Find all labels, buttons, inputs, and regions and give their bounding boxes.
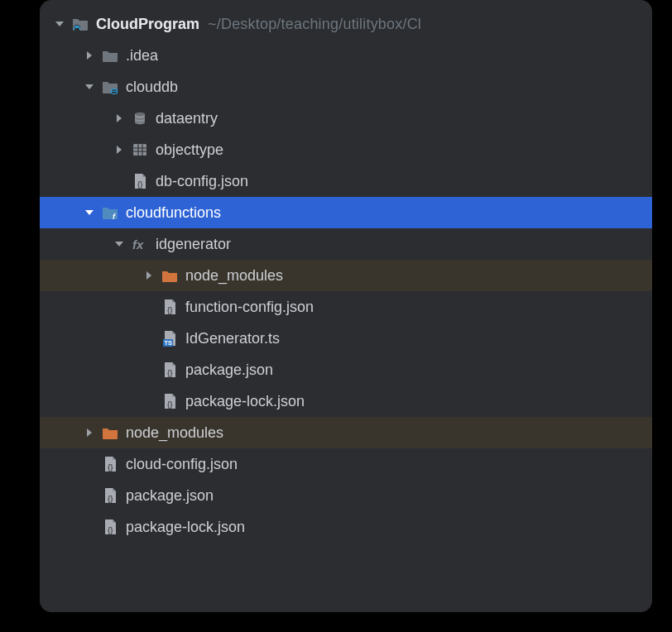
db-cylinder-icon: [131, 109, 149, 127]
svg-point-5: [135, 113, 145, 116]
tree-item-label: idgenerator: [156, 236, 231, 253]
svg-text:{}: {}: [167, 306, 173, 314]
db-folder-icon: [101, 78, 119, 96]
tree-item-label: .idea: [126, 47, 158, 65]
tree-row[interactable]: CloudProgram~/Desktop/teaching/utilitybo…: [40, 8, 652, 40]
svg-text:fx: fx: [132, 237, 144, 251]
tree-row[interactable]: {} package.json: [40, 354, 652, 385]
folder-orange-icon: [101, 424, 119, 442]
fx-icon: fx: [131, 235, 149, 253]
json-file-icon: {}: [101, 455, 119, 473]
svg-text:{}: {}: [108, 495, 113, 503]
db-table-icon: [131, 141, 149, 159]
tree-row[interactable]: {} cloud-config.json: [40, 448, 652, 480]
ts-file-icon: TS: [161, 329, 179, 347]
project-folder-icon: [71, 15, 89, 33]
tree-row[interactable]: {} package-lock.json: [40, 511, 652, 543]
chevron-right-icon[interactable]: [113, 112, 126, 125]
tree-item-label: package-lock.json: [126, 519, 245, 536]
chevron-right-icon[interactable]: [83, 49, 96, 62]
tree-row[interactable]: clouddb: [40, 71, 652, 103]
tree-item-label: package-lock.json: [185, 393, 305, 410]
tree-item-label: package.json: [185, 361, 273, 379]
folder-icon: [101, 46, 119, 65]
tree-item-label: CloudProgram: [96, 16, 199, 33]
svg-text:{}: {}: [167, 400, 173, 409]
svg-rect-6: [133, 144, 146, 156]
svg-text:{}: {}: [167, 369, 173, 377]
json-file-icon: {}: [101, 518, 119, 536]
json-file-icon: {}: [101, 486, 119, 505]
json-file-icon: {}: [161, 392, 179, 410]
tree-item-label: function-config.json: [185, 299, 314, 316]
tree-row[interactable]: TS IdGenerator.ts: [40, 323, 652, 354]
svg-text:{}: {}: [137, 180, 143, 189]
json-file-icon: {}: [161, 361, 179, 379]
project-tree[interactable]: CloudProgram~/Desktop/teaching/utilitybo…: [40, 0, 652, 543]
chevron-right-icon[interactable]: [83, 426, 96, 439]
tree-row[interactable]: dataentry: [40, 103, 652, 134]
svg-text:TS: TS: [165, 339, 173, 347]
chevron-right-icon[interactable]: [142, 269, 156, 282]
tree-item-label: clouddb: [126, 79, 178, 96]
chevron-down-icon[interactable]: [113, 237, 126, 251]
svg-text:{}: {}: [108, 526, 113, 534]
tree-row[interactable]: fx idgenerator: [40, 228, 652, 260]
tree-row[interactable]: node_modules: [40, 417, 652, 448]
chevron-down-icon[interactable]: [83, 206, 96, 219]
fn-folder-icon: f: [101, 203, 119, 222]
path-hint: ~/Desktop/teaching/utilitybox/Cl: [208, 16, 421, 33]
svg-text:{}: {}: [108, 463, 113, 472]
tree-item-label: objecttype: [156, 141, 223, 159]
tree-item-label: IdGenerator.ts: [185, 330, 280, 347]
tree-row[interactable]: objecttype: [40, 134, 652, 165]
project-tool-window[interactable]: CloudProgram~/Desktop/teaching/utilitybo…: [40, 0, 652, 612]
json-file-icon: {}: [131, 172, 149, 190]
tree-row[interactable]: {} package.json: [40, 480, 652, 511]
tree-row[interactable]: {} function-config.json: [40, 291, 652, 323]
chevron-down-icon[interactable]: [83, 80, 96, 93]
chevron-down-icon[interactable]: [53, 17, 66, 31]
tree-row[interactable]: .idea: [40, 40, 652, 71]
tree-item-label: package.json: [126, 487, 214, 505]
tree-row[interactable]: f cloudfunctions: [40, 197, 652, 228]
tree-row[interactable]: node_modules: [40, 260, 652, 291]
folder-orange-icon: [161, 266, 179, 285]
chevron-right-icon[interactable]: [113, 143, 126, 156]
svg-point-1: [76, 26, 78, 28]
tree-item-label: node_modules: [126, 424, 223, 442]
tree-item-label: node_modules: [185, 267, 283, 285]
tree-item-label: cloud-config.json: [126, 456, 238, 473]
json-file-icon: {}: [161, 298, 179, 316]
tree-row[interactable]: {} db-config.json: [40, 165, 652, 197]
tree-item-label: db-config.json: [156, 173, 248, 190]
tree-row[interactable]: {} package-lock.json: [40, 385, 652, 417]
tree-item-label: cloudfunctions: [126, 204, 221, 222]
tree-item-label: dataentry: [156, 110, 218, 127]
